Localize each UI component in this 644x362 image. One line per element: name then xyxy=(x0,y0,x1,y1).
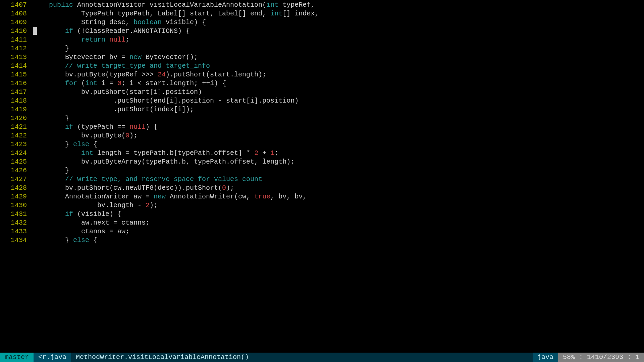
code-line[interactable]: 1425 bv.putByteArray(typePath.b, typePat… xyxy=(0,158,644,166)
code-content[interactable]: } xyxy=(33,114,644,123)
line-number: 1425 xyxy=(0,158,33,166)
code-content[interactable]: } xyxy=(33,44,644,53)
code-line[interactable]: 1417 bv.putShort(start[i].position) xyxy=(0,88,644,97)
line-number: 1424 xyxy=(0,149,33,158)
line-number: 1413 xyxy=(0,53,33,62)
line-number: 1419 xyxy=(0,105,33,114)
code-line[interactable]: 1413 ByteVector bv = new ByteVector(); xyxy=(0,53,644,62)
line-number: 1418 xyxy=(0,97,33,105)
line-number: 1417 xyxy=(0,88,33,97)
status-bar: master <r.java MethodWriter.visitLocalVa… xyxy=(0,353,644,362)
code-line[interactable]: 1408 TypePath typePath, Label[] start, L… xyxy=(0,9,644,18)
code-content[interactable]: } xyxy=(33,166,644,175)
status-spacer xyxy=(254,353,533,362)
code-content[interactable]: } else { xyxy=(33,236,644,245)
code-line[interactable]: 1420 } xyxy=(0,114,644,123)
code-content[interactable]: String desc, boolean visible) { xyxy=(33,18,644,27)
code-line[interactable]: 1416 for (int i = 0; i < start.length; +… xyxy=(0,79,644,88)
code-line[interactable]: 1431 if (visible) { xyxy=(0,210,644,219)
code-content[interactable]: return null; xyxy=(33,36,644,44)
code-line[interactable]: 1426 } xyxy=(0,166,644,175)
line-number: 1427 xyxy=(0,175,33,184)
code-line[interactable]: 1415 bv.putByte(typeRef >>> 24).putShort… xyxy=(0,70,644,79)
code-content[interactable]: if (typePath == null) { xyxy=(33,123,644,131)
line-number: 1423 xyxy=(0,140,33,149)
code-line[interactable]: 1429 AnnotationWriter aw = new Annotatio… xyxy=(0,192,644,201)
line-number: 1408 xyxy=(0,9,33,18)
code-line[interactable]: 1421 if (typePath == null) { xyxy=(0,123,644,131)
code-line[interactable]: 1409 String desc, boolean visible) { xyxy=(0,18,644,27)
status-filetype: java xyxy=(533,353,558,362)
code-content[interactable]: // write target_type and target_info xyxy=(33,62,644,70)
code-line[interactable]: 1407 public AnnotationVisitor visitLocal… xyxy=(0,1,644,9)
code-line[interactable]: 1411 return null; xyxy=(0,36,644,44)
code-content[interactable]: AnnotationWriter aw = new AnnotationWrit… xyxy=(33,192,644,201)
editor-root: 1407 public AnnotationVisitor visitLocal… xyxy=(0,0,644,362)
line-number: 1426 xyxy=(0,166,33,175)
line-number: 1434 xyxy=(0,236,33,245)
line-number: 1411 xyxy=(0,36,33,44)
code-content[interactable]: bv.putShort(cw.newUTF8(desc)).putShort(0… xyxy=(33,184,644,192)
line-number: 1431 xyxy=(0,210,33,219)
code-line[interactable]: 1434 } else { xyxy=(0,236,644,245)
code-line[interactable]: 1414 // write target_type and target_inf… xyxy=(0,62,644,70)
line-number: 1422 xyxy=(0,131,33,140)
code-line[interactable]: 1418 .putShort(end[i].position - start[i… xyxy=(0,97,644,105)
code-content[interactable]: .putShort(end[i].position - start[i].pos… xyxy=(33,97,644,105)
code-content[interactable]: if (!ClassReader.ANNOTATIONS) { xyxy=(33,27,644,36)
line-number: 1429 xyxy=(0,192,33,201)
code-line[interactable]: 1419 .putShort(index[i]); xyxy=(0,105,644,114)
code-content[interactable]: if (visible) { xyxy=(33,210,644,219)
code-content[interactable]: ctanns = aw; xyxy=(33,227,644,236)
code-content[interactable]: // write type, and reserve space for val… xyxy=(33,175,644,184)
code-line[interactable]: 1423 } else { xyxy=(0,140,644,149)
cursor xyxy=(33,27,37,35)
line-number: 1430 xyxy=(0,201,33,210)
code-content[interactable]: aw.next = ctanns; xyxy=(33,219,644,227)
code-content[interactable]: bv.putShort(start[i].position) xyxy=(33,88,644,97)
line-number: 1407 xyxy=(0,1,33,9)
code-line[interactable]: 1424 int length = typePath.b[typePath.of… xyxy=(0,149,644,158)
status-position: 58% : 1410/2393 : 1 xyxy=(558,353,644,362)
status-function: MethodWriter.visitLocalVariableAnnotatio… xyxy=(71,353,254,362)
line-number: 1433 xyxy=(0,227,33,236)
status-file: <r.java xyxy=(34,353,71,362)
line-number: 1410 xyxy=(0,27,33,36)
code-content[interactable]: TypePath typePath, Label[] start, Label[… xyxy=(33,9,644,18)
code-content[interactable]: bv.putByteArray(typePath.b, typePath.off… xyxy=(33,158,644,166)
status-branch: master xyxy=(0,353,34,362)
code-line[interactable]: 1428 bv.putShort(cw.newUTF8(desc)).putSh… xyxy=(0,184,644,192)
code-content[interactable]: int length = typePath.b[typePath.offset]… xyxy=(33,149,644,158)
code-content[interactable]: bv.length - 2); xyxy=(33,201,644,210)
code-content[interactable]: public AnnotationVisitor visitLocalVaria… xyxy=(33,1,644,9)
line-number: 1428 xyxy=(0,184,33,192)
code-line[interactable]: 1433 ctanns = aw; xyxy=(0,227,644,236)
code-line[interactable]: 1432 aw.next = ctanns; xyxy=(0,219,644,227)
line-number: 1409 xyxy=(0,18,33,27)
line-number: 1415 xyxy=(0,70,33,79)
code-line[interactable]: 1422 bv.putByte(0); xyxy=(0,131,644,140)
code-content[interactable]: for (int i = 0; i < start.length; ++i) { xyxy=(33,79,644,88)
code-content[interactable]: .putShort(index[i]); xyxy=(33,105,644,114)
line-number: 1412 xyxy=(0,44,33,53)
code-area[interactable]: 1407 public AnnotationVisitor visitLocal… xyxy=(0,0,644,353)
code-content[interactable]: bv.putByte(typeRef >>> 24).putShort(star… xyxy=(33,70,644,79)
line-number: 1416 xyxy=(0,79,33,88)
code-content[interactable]: bv.putByte(0); xyxy=(33,131,644,140)
code-content[interactable]: ByteVector bv = new ByteVector(); xyxy=(33,53,644,62)
line-number: 1420 xyxy=(0,114,33,123)
code-content[interactable]: } else { xyxy=(33,140,644,149)
code-line[interactable]: 1410 if (!ClassReader.ANNOTATIONS) { xyxy=(0,27,644,36)
code-line[interactable]: 1412 } xyxy=(0,44,644,53)
code-line[interactable]: 1430 bv.length - 2); xyxy=(0,201,644,210)
line-number: 1421 xyxy=(0,123,33,131)
line-number: 1432 xyxy=(0,219,33,227)
line-number: 1414 xyxy=(0,62,33,70)
code-line[interactable]: 1427 // write type, and reserve space fo… xyxy=(0,175,644,184)
